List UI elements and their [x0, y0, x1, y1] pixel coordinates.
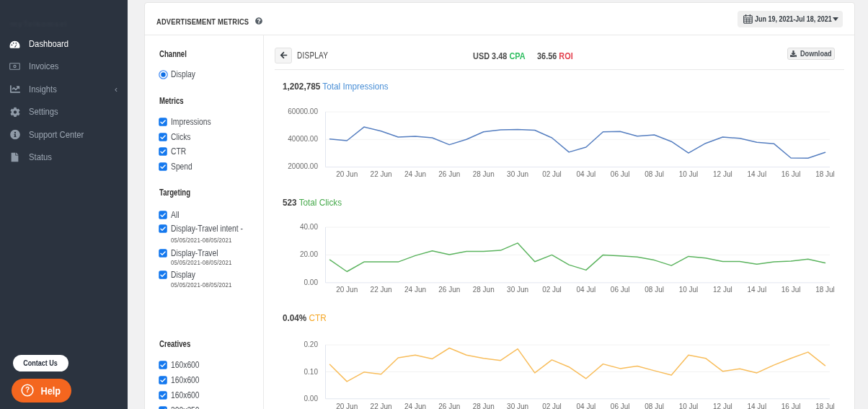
- svg-text:?: ?: [25, 386, 30, 394]
